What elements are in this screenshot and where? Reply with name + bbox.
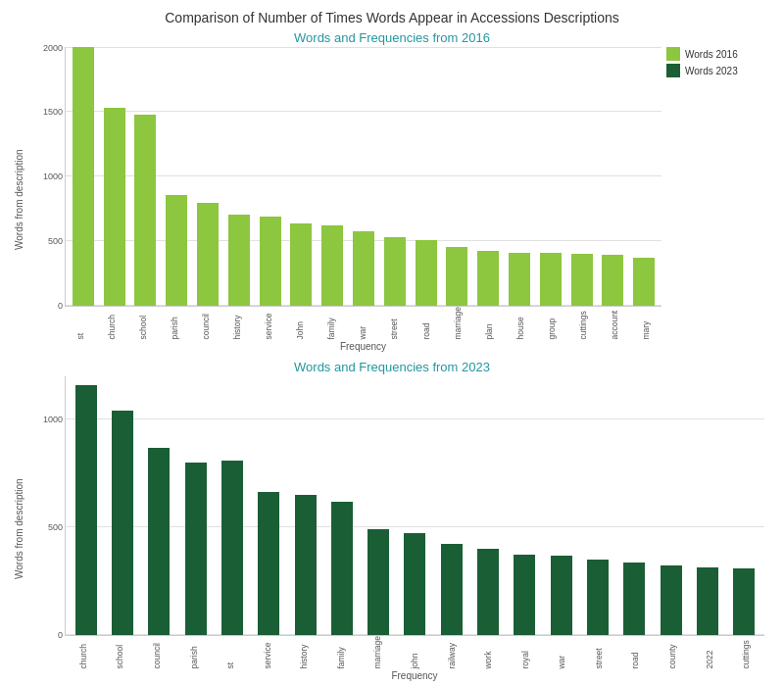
bar-c2-service [258,492,279,636]
chart2-grid: 1000 500 0 [65,376,764,636]
bar-group-c2-2 [141,376,177,635]
bar-group-c2-4 [214,376,250,635]
x-label-c1-17: account [599,307,630,340]
bar-group-c1-7 [286,47,318,306]
chart1-legend: Words 2016 Words 2023 [666,47,774,80]
bar-c2-john [404,533,425,636]
bar-c2-county [661,565,682,636]
x-label-c2-0: church [65,636,102,669]
bar-group-c1-15 [535,47,566,306]
bar-group-c2-12 [507,376,543,635]
bar-group-c1-16 [566,47,598,306]
bar-group-c2-16 [653,376,689,635]
x-label-c2-3: parish [175,636,213,669]
x-label-c2-12: royal [507,636,544,669]
legend-item-2023: Words 2023 [666,64,774,77]
x-label-c2-4: st [212,636,249,669]
bar-group-c2-6 [287,376,323,635]
bar-c1-st [73,47,94,306]
legend-label-2016: Words 2016 [685,49,738,60]
chart1-x-labels: stchurchschoolparishcouncilhistoryservic… [65,307,662,340]
x-label-c2-18: cuttings [727,636,764,669]
main-title: Comparison of Number of Times Words Appe… [10,10,774,25]
bar-group-c1-11 [411,47,442,306]
x-label-c2-7: family [322,636,360,669]
chart2-x-labels: churchschoolcouncilparishstservicehistor… [65,636,764,669]
bar-c2-cuttings [733,568,755,635]
chart1-area: Words from description Words 2016 Words … [10,47,774,352]
grid2-label-0: 0 [31,630,63,640]
x-label-c1-5: history [221,307,253,340]
bar-group-c1-5 [223,47,255,306]
bar-group-c1-14 [504,47,535,306]
x-label-c1-1: church [96,307,127,340]
bar-group-c2-17 [689,376,725,635]
bar-c1-road [416,240,437,306]
x-label-c2-10: railway [433,636,470,669]
bar-c1-parish [166,195,187,307]
bar-group-c1-12 [442,47,473,306]
bar-group-c1-2 [130,47,162,306]
x-label-c1-8: family [316,307,347,340]
bar-c1-council [197,203,219,307]
bar-group-c1-17 [598,47,629,306]
x-label-c1-15: group [536,307,567,340]
bar-group-c1-13 [472,47,504,306]
bar-group-c2-1 [104,376,140,635]
bar-c2-school [112,411,133,635]
bar-group-c2-0 [68,376,104,635]
x-label-c1-13: plan [473,307,505,340]
chart1-section: Words and Frequencies from 2016 Words fr… [10,30,774,352]
x-label-c1-3: parish [159,307,190,340]
bar-group-c1-1 [99,47,130,306]
x-label-c2-17: 2022 [691,636,728,669]
bar-group-c2-3 [177,376,214,635]
x-label-c1-18: mary [630,307,662,340]
page-container: Comparison of Number of Times Words Appe… [0,0,784,686]
x-label-c2-6: history [285,636,322,669]
bar-group-c2-10 [433,376,469,635]
bar-group-c1-4 [192,47,223,306]
bar-c1-John [290,223,312,307]
bar-c2-parish [185,463,207,635]
legend-item-2016: Words 2016 [666,47,774,61]
bar-group-c2-7 [323,376,360,635]
bar-c2-st [221,461,243,636]
bar-c1-war [353,231,374,307]
x-label-c1-12: marriage [442,307,473,340]
bar-c1-service [260,217,281,306]
x-label-c1-6: service [253,307,284,340]
bar-c1-house [509,253,530,307]
x-label-c2-1: school [102,636,139,669]
x-label-c2-15: road [617,636,655,669]
chart2-title: Words and Frequencies from 2023 [10,360,774,374]
grid2-label-1000: 1000 [31,415,63,424]
chart2-bars-row [66,376,764,635]
bar-group-c1-18 [628,47,660,306]
bar-group-c2-13 [543,376,579,635]
x-label-c2-8: marriage [360,636,397,669]
x-label-c1-7: John [284,307,316,340]
bar-group-c2-5 [251,376,287,635]
bar-c1-school [134,115,156,307]
x-label-c1-9: war [347,307,378,340]
chart2-y-axis-label: Words from description [10,376,27,681]
x-label-c1-4: council [190,307,221,340]
bar-group-c2-11 [469,376,506,635]
bar-group-c1-0 [68,47,99,306]
x-label-c1-0: st [65,307,96,340]
grid-label-1500: 1500 [31,107,63,117]
bar-group-c1-3 [161,47,192,306]
x-label-c2-13: war [544,636,581,669]
bar-c2-history [295,495,317,635]
x-label-c1-10: street [378,307,410,340]
chart2-section: Words and Frequencies from 2023 Words fr… [10,360,774,681]
bar-group-c1-9 [348,47,379,306]
x-label-c2-2: council [138,636,175,669]
bar-c1-cuttings [571,254,593,307]
grid-label-0: 0 [31,301,63,311]
bar-c2-church [75,385,97,636]
bar-c2-family [331,502,353,636]
bar-group-c2-8 [361,376,397,635]
chart2-area: Words from description 1000 500 0 church… [10,376,774,681]
